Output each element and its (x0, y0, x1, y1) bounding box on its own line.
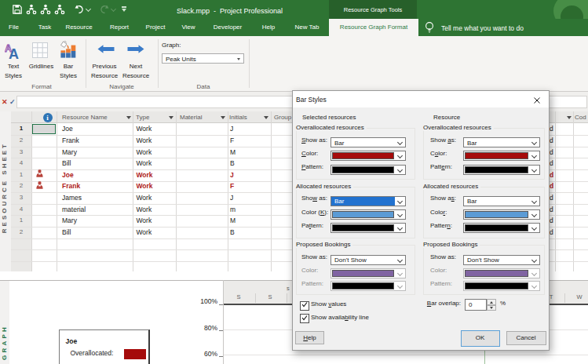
svg-text:A: A (9, 46, 19, 60)
